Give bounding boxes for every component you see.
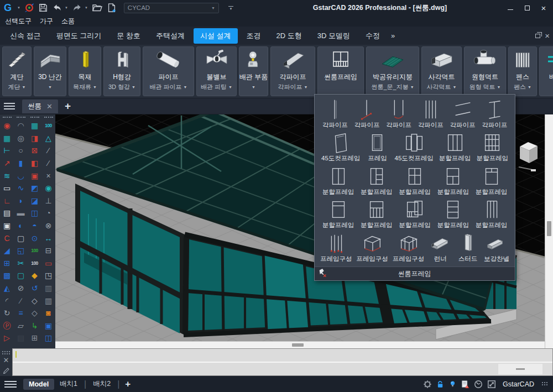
ribbon-button[interactable]: 원형덕트 원형 덕트▼ [464,46,506,96]
left-tool-icon[interactable]: ▢ [14,269,28,282]
menu-item[interactable]: 가구 [40,17,53,26]
left-tool-icon[interactable]: ▣ [41,320,55,332]
gear-icon[interactable] [423,380,432,389]
left-tool-icon[interactable]: ▣ [28,169,41,182]
ribbon-button[interactable]: 볼밸브 배관 피팅▼ [196,46,237,96]
left-tool-icon[interactable]: ▭ [41,257,55,270]
ribbon-button[interactable]: 목재 목재류▼ [69,46,101,96]
panel-group-dropdown[interactable]: 목재류▼ [69,81,101,93]
left-tool-icon[interactable]: ▤ [0,207,14,219]
save-icon[interactable] [38,2,48,14]
panel-group-dropdown[interactable]: 전 [540,81,553,93]
left-tool-icon[interactable]: Ⓟ [0,320,14,332]
pin-icon[interactable] [318,268,327,280]
left-tool-icon[interactable]: ∕ [41,157,55,170]
ribbon-button[interactable]: H형강 3D 형강▼ [103,46,140,96]
flyout-item[interactable]: 분할프레임 [398,165,432,196]
left-tool-icon[interactable]: ▥ [41,282,55,295]
ribbon-button[interactable]: 계단 계단▼ [2,46,32,96]
left-tool-icon[interactable]: ∕ [41,144,55,157]
toolbar-grip-handle[interactable] [14,114,28,119]
maximize-button[interactable] [520,2,534,14]
minimize-button[interactable] [503,2,518,14]
ribbon-tab[interactable]: 문 창호 [110,28,147,44]
flyout-item[interactable]: 각파이프 [449,98,477,129]
layout-tab[interactable]: 배치2 [87,378,116,390]
left-tool-icon[interactable]: ↗ [0,157,14,170]
panel-group-dropdown[interactable] [318,81,363,93]
app-menu-caret-icon[interactable]: ▼ [17,6,20,9]
left-tool-icon[interactable]: ▥ [41,294,55,307]
flyout-item[interactable]: 런너 [427,232,453,263]
panel-group-dropdown[interactable]: 계단▼ [3,81,31,93]
left-tool-icon[interactable]: ⊞ [0,257,14,270]
left-tool-icon[interactable]: ▬ [14,207,28,219]
ribbon-tab[interactable]: 수정 [359,28,387,44]
ribbon-tab[interactable]: 3D 모델링 [311,28,357,44]
left-tool-icon[interactable]: ◢ [0,244,14,257]
panel-group-dropdown[interactable]: ▼ [34,81,66,93]
redo-icon[interactable] [72,2,82,14]
command-input[interactable] [13,363,552,375]
left-tool-icon[interactable]: ≡ [14,307,28,320]
left-tool-icon[interactable]: ◉ [0,119,14,132]
new-file-icon[interactable] [107,2,117,14]
ribbon-button[interactable]: 사각덕트 사각덕트▼ [421,46,462,96]
panel-group-dropdown[interactable]: ▼ [239,81,268,93]
left-tool-icon[interactable]: ▢ [14,232,28,244]
command-close-icon[interactable]: ✕ [3,357,9,364]
flyout-item[interactable]: 프레임구성 [319,232,353,263]
window-resize-grip[interactable] [542,382,549,386]
open-file-icon[interactable] [92,2,103,14]
flyout-item[interactable]: 분할프레임 [475,132,509,163]
left-tool-icon[interactable]: ◉ [41,182,55,195]
panel-group-dropdown[interactable]: 배관 피팅▼ [197,81,236,93]
ribbon-button[interactable]: 배선 전 [539,46,553,96]
vertical-scrollbar[interactable] [545,114,553,348]
left-tool-icon[interactable]: ◧ [28,157,41,170]
mdi-restore-button[interactable] [535,34,540,38]
toolbar-grip-handle[interactable] [0,114,14,119]
flyout-item[interactable]: 프레임구성 [392,232,426,263]
left-tool-icon[interactable]: ⊢ [0,144,14,157]
left-tool-icon[interactable]: ◔ [41,207,55,219]
command-edit-icon[interactable] [3,367,10,377]
left-tool-icon[interactable]: ○ [14,144,28,157]
bulb-icon[interactable] [449,379,456,389]
ribbon-tab[interactable]: 시설 설계 [194,28,238,44]
left-tool-icon[interactable]: ∟ [0,195,14,207]
status-menu-icon[interactable] [4,381,17,388]
menu-item[interactable]: 소품 [61,17,75,26]
flyout-item[interactable]: 스터드 [455,232,481,263]
qat-customize-button[interactable]: ▼ [228,6,233,10]
unlock-icon[interactable] [436,380,445,389]
workspace-combobox[interactable]: CYCAD ▼ [124,3,219,13]
layout-tab[interactable]: 배치1 [54,378,83,390]
left-tool-icon[interactable]: ⊗ [41,219,55,232]
toolbar-grip-handle[interactable] [28,114,41,119]
left-tool-icon[interactable]: ↔ [41,232,55,244]
left-tool-icon[interactable]: ◡ [14,169,28,182]
new-layout-button[interactable]: + [125,379,131,390]
flyout-item[interactable]: 프레임구성 [355,232,389,263]
left-tool-icon[interactable]: ◳ [41,269,55,282]
left-tool-icon[interactable]: ◫ [41,332,55,344]
resize-box-icon[interactable] [487,380,496,389]
left-tool-icon[interactable]: ◭ [0,282,14,295]
flyout-item[interactable]: 45도컷프레임 [320,132,361,163]
ribbon-button[interactable]: 파이프 배관 파이프▼ [143,46,194,96]
left-tool-icon[interactable]: ◇ [28,307,41,320]
left-tool-icon[interactable]: ◩ [28,182,41,195]
flyout-item[interactable]: 분할프레임 [436,198,471,229]
left-tool-icon[interactable]: ⊞ [28,332,41,344]
flyout-item[interactable]: 분할프레임 [474,198,509,229]
collaboration-icon[interactable] [24,2,34,14]
flyout-item[interactable]: 분할프레임 [359,165,394,196]
panel-group-dropdown[interactable]: 각파이프▼ [271,81,315,93]
left-tool-icon[interactable]: ◨ [28,132,41,145]
left-tool-icon[interactable]: ▱ [14,320,28,332]
left-tool-icon[interactable]: ◫ [28,207,41,219]
menu-item[interactable]: 선택도구 [5,17,32,26]
left-tool-icon[interactable]: ▣ [0,219,14,232]
left-tool-icon[interactable]: ◗ [14,195,28,207]
